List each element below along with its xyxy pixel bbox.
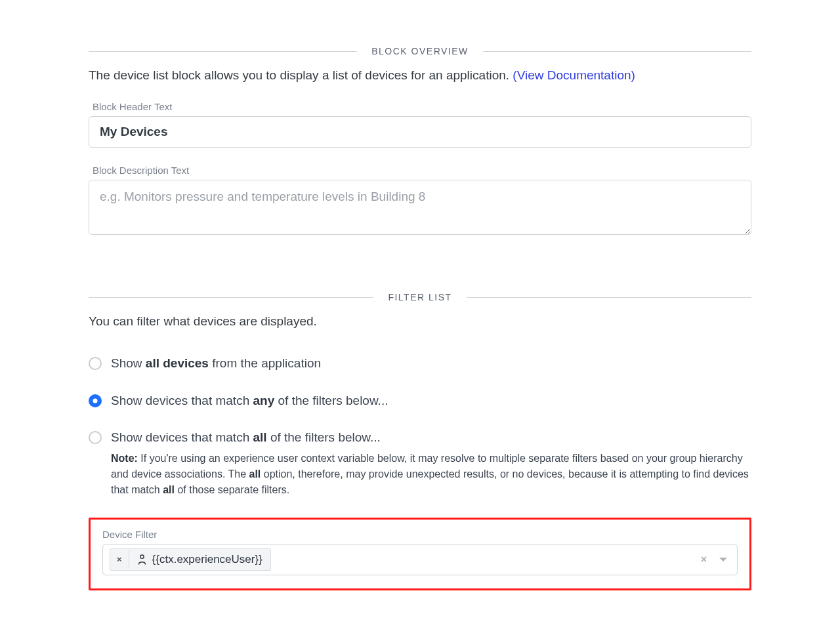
radio-show-all-devices[interactable] — [89, 357, 102, 370]
overview-intro: The device list block allows you to disp… — [89, 68, 751, 83]
section-header-overview: BLOCK OVERVIEW — [89, 46, 751, 56]
section-title-overview: BLOCK OVERVIEW — [357, 46, 483, 56]
tag-text: {{ctx.experienceUser}} — [152, 553, 262, 566]
divider — [483, 51, 751, 52]
divider — [89, 51, 357, 52]
device-filter-label: Device Filter — [102, 529, 738, 540]
user-icon — [137, 554, 147, 565]
block-description-label: Block Description Text — [93, 165, 751, 176]
radio-match-all[interactable] — [89, 431, 102, 444]
radio-label-allof: Show devices that match all of the filte… — [111, 429, 751, 498]
svg-point-0 — [140, 555, 143, 558]
block-header-input[interactable] — [89, 116, 751, 148]
radio-label-any: Show devices that match any of the filte… — [111, 392, 751, 410]
device-filter-tag: × {{ctx.experienceUser}} — [110, 548, 271, 571]
tag-remove-button[interactable]: × — [110, 550, 129, 568]
view-documentation-link[interactable]: (View Documentation) — [513, 68, 635, 82]
block-header-label: Block Header Text — [93, 101, 751, 112]
radio-allof-note: Note: If you're using an experience user… — [111, 451, 751, 498]
radio-match-any[interactable] — [89, 394, 102, 407]
device-filter-highlight-box: Device Filter × {{ctx.experienceUser}} × — [89, 518, 751, 590]
divider — [467, 297, 751, 298]
filter-intro-text: You can filter what devices are displaye… — [89, 314, 751, 329]
overview-intro-text: The device list block allows you to disp… — [89, 68, 513, 82]
block-description-textarea[interactable] — [89, 180, 751, 235]
clear-select-button[interactable]: × — [697, 554, 711, 565]
radio-label-all: Show all devices from the application — [111, 355, 751, 373]
device-filter-select[interactable]: × {{ctx.experienceUser}} × — [102, 544, 738, 575]
section-header-filter: FILTER LIST — [89, 292, 751, 302]
divider — [89, 297, 373, 298]
section-title-filter: FILTER LIST — [373, 292, 466, 302]
chevron-down-icon[interactable] — [716, 556, 730, 563]
